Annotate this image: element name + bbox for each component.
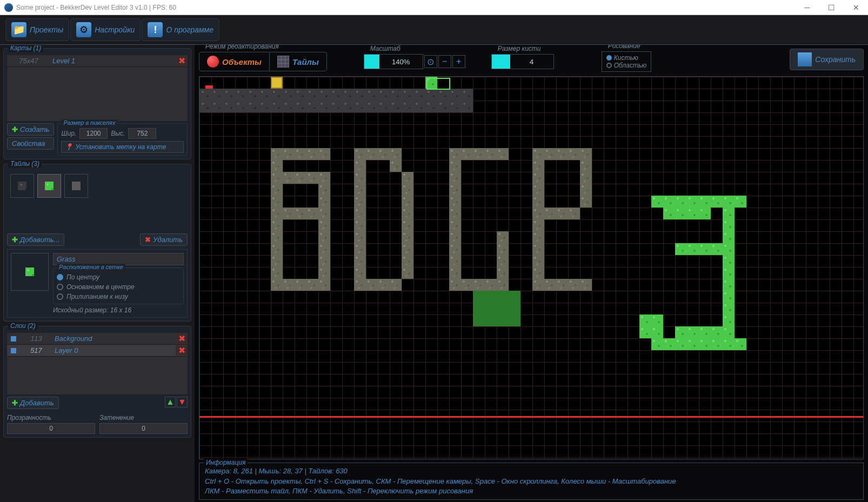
opacity-input[interactable]: 0 [7,423,95,434]
delete-tile-button[interactable]: ✖Удалить [140,233,188,246]
layers-panel: Слои (2) 113 Background ✖ 517 Layer 0 ✖ [3,326,191,438]
tile-slot-2[interactable] [37,174,61,198]
maps-panel: Карты (1) 75x47 Level 1 ✖ ✚Создать Свойс… [3,48,191,159]
app-icon [4,3,13,12]
grid-icon [277,56,289,68]
save-button[interactable]: Сохранить [790,49,864,70]
folder-icon: 📁 [11,22,26,37]
projects-button[interactable]: 📁 Проекты [5,18,69,41]
set-marker-button[interactable]: 📍Установить метку на карте [61,141,184,153]
pin-icon: 📍 [65,143,73,151]
layer-visibility-toggle[interactable] [7,334,20,344]
draw-brush-radio[interactable]: Кистью [606,54,647,62]
layer-down-button[interactable]: ▼ [177,397,188,407]
map-width-input[interactable]: 1200 [79,128,108,139]
info-icon: ! [148,22,163,37]
delete-map-icon[interactable]: ✖ [176,56,188,66]
layer-row[interactable]: 113 Background ✖ [7,333,188,345]
placement-center-radio[interactable]: По центру [57,272,180,282]
zoom-in-button[interactable]: + [452,55,465,68]
layer-up-button[interactable]: ▲ [165,397,176,407]
brush-size-display[interactable]: 4 [491,54,554,69]
maximize-button[interactable]: ☐ [819,0,844,15]
level-canvas[interactable] [199,76,864,459]
delete-layer-icon[interactable]: ✖ [176,345,188,356]
tile-slot-3[interactable] [64,174,88,198]
tile-slot-1[interactable] [10,174,34,198]
mode-tiles-tab[interactable]: Тайлы [270,52,326,71]
shade-input[interactable]: 0 [99,423,188,434]
delete-layer-icon[interactable]: ✖ [176,333,188,344]
mode-objects-tab[interactable]: Объекты [199,52,270,71]
info-panel: Информация Камера: 8, 261 | Мышь: 28, 37… [199,463,864,500]
plus-icon: ✚ [12,236,18,244]
minimize-button[interactable]: ─ [795,0,819,15]
add-layer-button[interactable]: ✚Добавить [7,397,59,409]
settings-button[interactable]: ⚙ Настройки [70,18,141,41]
scale-display[interactable]: 140% [364,54,423,69]
tiles-panel: Тайлы (3) ✚Добавить... ✖Удалить [3,164,191,322]
floppy-icon [798,52,812,66]
gear-icon: ⚙ [76,22,91,37]
layer-visibility-toggle[interactable] [7,346,20,356]
create-map-button[interactable]: ✚Создать [7,123,54,136]
layer-row[interactable]: 517 Layer 0 ✖ [7,345,188,357]
map-height-input[interactable]: 752 [128,128,156,139]
plus-icon: ✚ [12,125,18,133]
zoom-out-button[interactable]: − [438,55,451,68]
window-title: Some project - BekkerDev Level Editor 3 … [16,4,176,11]
zoom-reset-button[interactable]: ⊙ [424,55,437,68]
tile-preview [11,253,49,291]
plus-icon: ✚ [12,399,18,407]
marker-line [199,416,863,418]
placement-bottom-radio[interactable]: Прилипанием к низу [57,292,180,302]
maps-list [7,67,188,121]
red-ball-icon [207,56,219,68]
close-button[interactable]: ✕ [844,0,868,15]
draw-area-radio[interactable]: Областью [606,62,647,69]
mode-switcher: Объекты Тайлы [199,52,327,71]
window-titlebar: Some project - BekkerDev Level Editor 3 … [0,0,868,15]
map-properties-button[interactable]: Свойства [7,137,54,150]
placement-base-radio[interactable]: Основанием в центре [57,282,180,292]
map-row[interactable]: 75x47 Level 1 ✖ [7,55,188,67]
about-button[interactable]: ! О программе [142,18,219,41]
x-icon: ✖ [145,236,151,244]
add-tile-button[interactable]: ✚Добавить... [7,233,64,246]
